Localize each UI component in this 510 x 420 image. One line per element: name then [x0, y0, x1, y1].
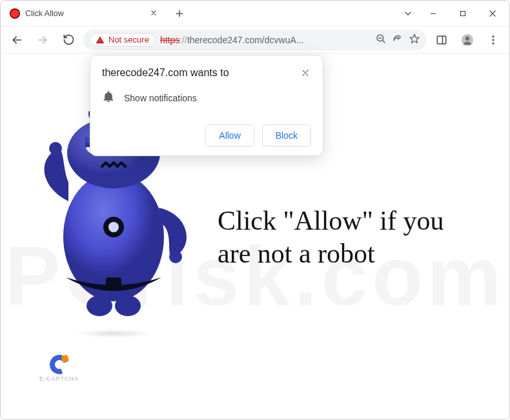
menu-icon[interactable] — [482, 29, 504, 51]
security-warning-label: Not secure — [108, 35, 149, 45]
svg-point-7 — [493, 42, 495, 44]
prompt-permission-label: Show notifications — [124, 93, 197, 103]
reload-button[interactable] — [57, 29, 79, 51]
minimize-icon[interactable] — [419, 1, 447, 26]
prompt-title: therecode247.com wants to — [102, 67, 229, 79]
svg-point-15 — [115, 295, 141, 316]
address-bar[interactable]: Not secure https://therecode247.com/dcvw… — [83, 30, 427, 50]
share-icon[interactable] — [392, 33, 403, 46]
tab-favicon — [10, 8, 20, 19]
forward-button[interactable] — [32, 29, 54, 51]
security-warning-chip[interactable]: Not secure — [90, 33, 155, 46]
notification-prompt: therecode247.com wants to Show notificat… — [90, 55, 323, 156]
zoom-icon[interactable] — [375, 33, 387, 46]
svg-point-9 — [169, 250, 182, 263]
page-headline: Click "Allow" if you are not a robot — [207, 205, 477, 270]
svg-rect-2 — [437, 36, 446, 44]
browser-tab[interactable]: Click Allow — [1, 1, 168, 26]
svg-point-5 — [493, 35, 495, 37]
maximize-icon[interactable] — [449, 1, 477, 26]
toolbar: Not secure https://therecode247.com/dcvw… — [1, 26, 509, 54]
warning-icon — [96, 35, 105, 45]
tab-close-icon[interactable] — [147, 6, 160, 21]
browser-window: Click Allow — [0, 0, 510, 420]
captcha-badge: E-CAPTCHA — [39, 355, 79, 382]
block-button[interactable]: Block — [262, 125, 311, 146]
svg-rect-0 — [461, 11, 465, 15]
close-window-icon[interactable] — [478, 1, 507, 26]
tab-title: Click Allow — [25, 9, 142, 18]
titlebar: Click Allow — [1, 1, 509, 26]
profile-icon[interactable] — [456, 29, 478, 51]
svg-rect-11 — [106, 277, 121, 289]
tabs-dropdown-icon[interactable] — [397, 1, 419, 26]
svg-point-6 — [493, 39, 495, 41]
window-controls — [419, 1, 509, 26]
bookmark-icon[interactable] — [409, 33, 420, 46]
url-text: https://therecode247.com/dcvwuA... — [160, 35, 370, 45]
svg-point-13 — [108, 222, 119, 232]
new-tab-button[interactable] — [168, 1, 190, 26]
svg-point-14 — [87, 295, 112, 316]
back-button[interactable] — [6, 29, 28, 51]
svg-point-4 — [465, 36, 469, 40]
robot-shadow — [75, 329, 152, 338]
allow-button[interactable]: Allow — [205, 125, 254, 146]
svg-point-8 — [49, 142, 62, 155]
bell-icon — [102, 90, 115, 105]
side-panel-icon[interactable] — [431, 29, 453, 51]
prompt-close-icon[interactable] — [300, 67, 311, 81]
captcha-label: E-CAPTCHA — [39, 375, 79, 382]
captcha-icon — [46, 352, 72, 377]
